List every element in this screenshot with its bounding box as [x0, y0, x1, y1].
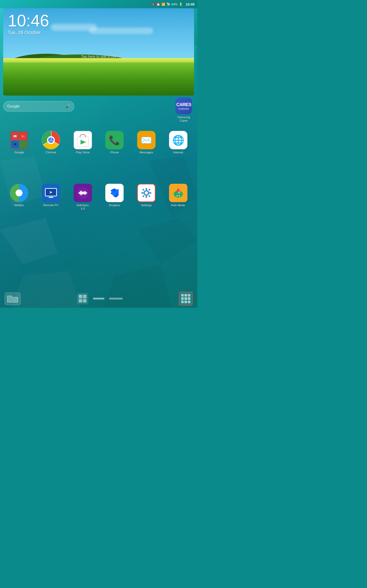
weather-widget[interactable]: 10:46 Tue, 28 October Tap here to add a … — [3, 8, 194, 95]
dock-navigation — [77, 293, 123, 304]
status-time: 10:45 — [186, 2, 194, 6]
messages-label: Messages — [140, 151, 153, 154]
svg-rect-34 — [149, 192, 151, 194]
google-label: Google — [14, 151, 24, 154]
svg-marker-10 — [138, 218, 197, 264]
svg-rect-31 — [146, 188, 147, 190]
dock-apps-button[interactable] — [179, 292, 193, 305]
dock-home-button[interactable] — [77, 293, 88, 304]
app-sidesync[interactable]: SideSync3.0 — [71, 184, 94, 210]
apps-cell-9 — [188, 301, 190, 303]
apps-cell-3 — [188, 294, 190, 296]
date-display: Tue, 28 October — [8, 30, 49, 35]
svg-rect-32 — [146, 196, 147, 198]
home-cell-1 — [79, 295, 82, 298]
status-bar: 🔇 ⏰ 📶 📡 64% 🔋 10:45 — [0, 0, 197, 8]
svg-point-43 — [179, 192, 180, 193]
app-kidsmode[interactable]: Kids Mode — [167, 184, 190, 207]
svg-point-30 — [145, 191, 148, 195]
home-cell-3 — [79, 299, 82, 303]
dock-back-button[interactable] — [109, 298, 123, 300]
apps-cell-7 — [181, 301, 184, 303]
chrome-label: Chrome — [46, 151, 56, 154]
battery-icon: 🔋 — [179, 2, 183, 6]
sidesync-label: SideSync3.0 — [76, 204, 89, 210]
playstore-label: Play Store — [76, 151, 90, 154]
svg-rect-45 — [179, 195, 180, 196]
settings-label: Settings — [141, 204, 152, 207]
mute-icon: 🔇 — [151, 2, 155, 6]
samsung-cares-icon: CARES SAMSUNG — [175, 98, 192, 114]
apps-cell-2 — [184, 294, 187, 296]
samsung-cares-app[interactable]: CARES SAMSUNG SamsungCares — [173, 98, 194, 122]
app-dropbox[interactable]: Dropbox — [103, 184, 126, 207]
alarm-icon: ⏰ — [156, 2, 160, 6]
dock — [0, 289, 197, 308]
signal-icon: 📡 — [167, 2, 170, 6]
google-label: Google — [7, 104, 65, 109]
app-remotepc[interactable]: ➤ Remote PC — [40, 184, 62, 207]
home-cell-4 — [83, 299, 87, 303]
dock-folder[interactable] — [5, 292, 21, 305]
apps-cell-8 — [184, 301, 187, 303]
app-phone[interactable]: 📞 Phone — [103, 131, 126, 154]
grass-shadow — [3, 61, 194, 95]
app-webex[interactable]: WebEx — [8, 184, 31, 207]
app-chrome[interactable]: Chrome — [40, 131, 62, 154]
dock-dash-button[interactable] — [93, 298, 104, 300]
apps-cell-1 — [181, 294, 184, 296]
app-internet[interactable]: 🌐 Internet — [167, 131, 190, 154]
app-settings[interactable]: Settings — [135, 184, 158, 207]
apps-cell-6 — [188, 297, 190, 300]
widget-time-area: 10:46 Tue, 28 October — [8, 12, 49, 35]
microphone-icon[interactable]: 🎤 — [65, 104, 70, 109]
svg-rect-44 — [177, 195, 177, 196]
samsung-cares-label: SamsungCares — [177, 115, 190, 122]
home-cell-2 — [83, 295, 87, 298]
cloud-2 — [89, 27, 153, 34]
phone-label: Phone — [110, 151, 119, 154]
svg-marker-9 — [0, 218, 57, 264]
apps-cell-5 — [184, 297, 187, 300]
svg-rect-33 — [141, 192, 144, 194]
app-row-2: WebEx ➤ Remote PC SideSync3.0 — [0, 184, 197, 210]
google-search-bar[interactable]: Google 🎤 — [3, 101, 74, 112]
battery-label: 64% — [172, 2, 177, 6]
wifi-icon: 📶 — [161, 2, 165, 6]
clock-display: 10:46 — [8, 12, 49, 29]
kidsmode-label: Kids Mode — [171, 204, 185, 207]
app-google[interactable]: 📧 G+ 🗺 🎮 Google — [8, 131, 31, 154]
city-prompt[interactable]: Tap here to add a city — [3, 55, 194, 59]
remotepc-label: Remote PC — [43, 204, 58, 207]
app-row-1: 📧 G+ 🗺 🎮 Google Chrome — [0, 131, 197, 154]
cares-text: CARES — [176, 102, 191, 107]
internet-label: Internet — [173, 151, 183, 154]
app-messages[interactable]: ✉️ Messages — [135, 131, 158, 154]
apps-cell-4 — [181, 297, 184, 300]
dropbox-label: Dropbox — [109, 204, 120, 207]
samsung-text: SAMSUNG — [178, 108, 189, 110]
webex-label: WebEx — [14, 204, 24, 207]
app-playstore[interactable]: Play Store — [71, 131, 94, 154]
